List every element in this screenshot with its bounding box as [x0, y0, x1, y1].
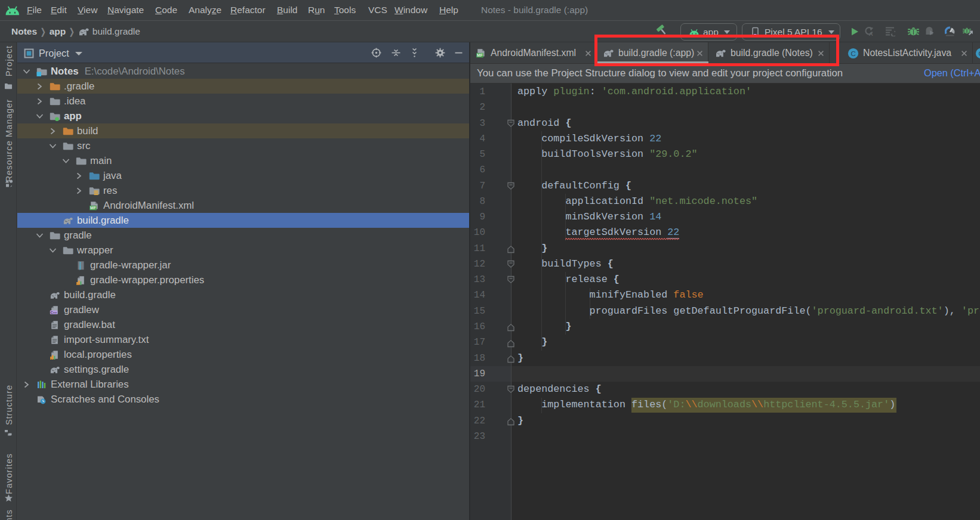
- svg-text:C: C: [850, 49, 855, 57]
- svg-text:C++: C++: [51, 310, 58, 314]
- svg-text:MF: MF: [90, 205, 96, 209]
- svg-text:A: A: [869, 30, 873, 36]
- svg-text:MF: MF: [477, 53, 483, 57]
